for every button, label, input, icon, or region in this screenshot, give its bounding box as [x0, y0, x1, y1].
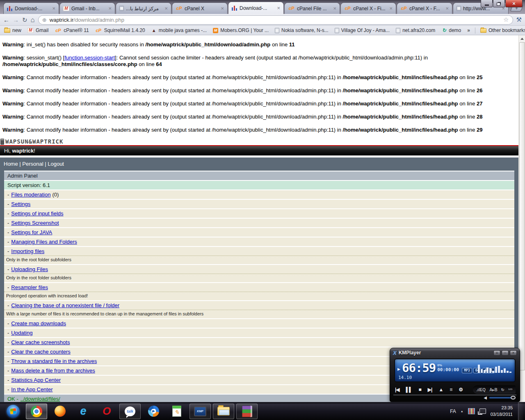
kmplayer-eject-button[interactable]: ▲ [438, 387, 443, 393]
volume-control[interactable]: ◀ [484, 395, 516, 400]
panel-link[interactable]: Cleaning the base of a nonexistent file … [11, 302, 119, 308]
kmplayer-playorder-toggle[interactable]: ¹²³ [508, 388, 512, 392]
panel-link[interactable]: Updating [11, 330, 32, 336]
taskbar-firefox-button[interactable] [49, 404, 71, 419]
tab[interactable]: cPcPanel X - F...× [397, 2, 452, 14]
kmplayer-repeat-toggle[interactable]: ↻ [501, 388, 504, 392]
language-indicator[interactable]: FA [450, 409, 456, 414]
panel-link[interactable]: Importing files [11, 248, 44, 254]
bookmark-item[interactable]: cPcPanel® 11 [55, 27, 89, 33]
volume-knob[interactable] [511, 396, 516, 399]
site-badge-icon[interactable]: ⊕ [42, 17, 47, 23]
tab[interactable]: ...مرکز ارتباط با× [116, 2, 171, 14]
kmplayer-playlist-button[interactable]: ≡ [450, 387, 452, 393]
wrench-menu-icon[interactable]: ⚒ [516, 16, 522, 23]
tab[interactable]: cPcPanel X× [172, 2, 228, 14]
panel-link[interactable]: Create map downloads [11, 320, 66, 326]
home-button[interactable]: ⌂ [31, 16, 35, 23]
tab-close-icon[interactable]: × [164, 6, 169, 11]
tab[interactable]: Download-...× [3, 2, 59, 14]
panel-link[interactable]: Settings Screenshot [11, 220, 59, 226]
kmplayer-close-button[interactable]: × [510, 350, 517, 356]
tray-expand-icon[interactable]: ▲ [461, 410, 463, 413]
scroll-up-arrow[interactable] [519, 35, 525, 42]
tab-close-icon[interactable]: × [445, 6, 450, 11]
panel-link[interactable]: Throw a standard file in the archives [11, 358, 97, 364]
warning-link[interactable]: function.session-start [64, 55, 115, 61]
panel-link[interactable]: Managing Files and Folders [11, 239, 77, 245]
tab[interactable]: cPcPanel X - Fi...× [340, 2, 396, 14]
panel-link[interactable]: Clear the cache counters [11, 349, 71, 355]
kmplayer-ab-repeat-toggle[interactable]: A▸B [489, 388, 497, 392]
stats-tray-icon[interactable] [468, 408, 475, 414]
scrollbar-thumb[interactable] [519, 42, 525, 370]
taskbar-winrar-button[interactable] [236, 404, 258, 419]
panel-link[interactable]: Clear cache screenshots [11, 339, 70, 345]
taskbar-kmplayer-button[interactable]: KMP [189, 404, 211, 419]
network-tray-icon[interactable] [479, 409, 486, 414]
kmplayer-pause-button[interactable]: ▌▌ [406, 387, 412, 393]
tab-close-icon[interactable]: × [276, 5, 281, 11]
tab-close-icon[interactable]: × [51, 6, 56, 11]
bookmarks-overflow-chevron[interactable]: » [467, 27, 470, 33]
panel-link[interactable]: Mass delete a file from the archives [11, 368, 95, 374]
panel-link[interactable]: Settings for JAVA [11, 229, 52, 235]
tab-close-icon[interactable]: × [332, 6, 337, 11]
other-bookmarks-button[interactable]: Other bookmarks [480, 27, 525, 33]
bookmark-item[interactable]: MGmail [27, 27, 48, 33]
tab-close-icon[interactable]: × [107, 6, 112, 11]
panel-link[interactable]: Resampler files [11, 284, 48, 290]
kmplayer-settings-button[interactable]: ⚙ [459, 387, 463, 393]
download-files-link[interactable]: ../download/files/ [21, 396, 60, 402]
taskbar-chrome-button[interactable] [26, 404, 47, 419]
panel-link[interactable]: Settings of input fields [11, 210, 63, 217]
start-button[interactable] [2, 404, 24, 419]
tab[interactable]: MGmail - Inb...× [59, 2, 115, 14]
taskbar-opera-button[interactable]: O [96, 404, 117, 419]
window-close-button[interactable]: × [505, 0, 523, 7]
panel-link[interactable]: Statistics App Center [11, 377, 61, 383]
reload-button[interactable]: ↻ [22, 17, 27, 23]
bookmark-star-icon[interactable]: ☆ [503, 16, 509, 23]
forward-button[interactable]: → [13, 17, 19, 23]
kmplayer-minimize-button[interactable]: − [502, 350, 509, 356]
sitenav-link-home[interactable]: Home [4, 161, 18, 167]
kmplayer-titlebar[interactable]: X KMPlayer ≡−× [390, 348, 520, 357]
bookmark-item[interactable]: ▲mobile java games -... [151, 27, 207, 33]
tab[interactable]: Download-...× [228, 2, 284, 14]
back-button[interactable]: ← [3, 17, 9, 23]
bookmark-item[interactable]: new [4, 27, 21, 33]
sitenav-link-logout[interactable]: Logout [48, 161, 64, 167]
taskbar-wmp-button[interactable]: ▶ [143, 404, 164, 419]
kmplayer-eq-toggle[interactable]: .ılEQ [476, 388, 486, 392]
taskbar-clock[interactable]: 23:35 03/18/2011 [491, 405, 514, 418]
kmplayer-stop-button[interactable]: ■ [419, 387, 421, 393]
window-restore-button[interactable] [493, 0, 505, 7]
panel-link[interactable]: Settings [11, 201, 30, 207]
bookmark-item[interactable]: MMobers.ORG | Your ... [213, 27, 269, 33]
window-minimize-button[interactable] [481, 0, 493, 7]
sitenav-link-personal[interactable]: Personal [22, 161, 43, 167]
address-bar[interactable]: ⊕ waptrick.ir/download/admin.php ☆ [38, 15, 513, 25]
show-desktop-button[interactable] [518, 402, 523, 420]
taskbar-explorer-button[interactable] [213, 404, 234, 419]
kmplayer-next-button[interactable]: ▶| [428, 387, 432, 393]
bookmark-item[interactable]: net.afra20.com [396, 27, 435, 33]
panel-link[interactable]: In the App Center [11, 386, 52, 393]
tab-close-icon[interactable]: × [388, 6, 393, 11]
tab[interactable]: cPcPanel File ...× [284, 2, 340, 14]
bookmark-item[interactable]: Village Of Joy - Ama... [335, 27, 390, 33]
bookmark-item[interactable]: ↻demo [441, 27, 461, 33]
bookmark-item[interactable]: Nokia software, N-s... [275, 27, 329, 33]
taskbar-editor-button[interactable]: ✎ [166, 404, 187, 419]
taskbar-gtalk-button[interactable]: talk [119, 404, 141, 419]
panel-link[interactable]: Files moderation [11, 192, 50, 198]
bookmark-item[interactable]: cPSquirrelMail 1.4.20 [95, 27, 145, 33]
kmplayer-previous-button[interactable]: |◀ [395, 387, 399, 393]
kmplayer-options-button[interactable]: ≡ [493, 350, 500, 356]
volume-track[interactable] [489, 397, 513, 399]
tab-close-icon[interactable]: × [220, 6, 225, 11]
taskbar-ie-button[interactable]: e [73, 404, 94, 419]
page-scrollbar[interactable] [518, 35, 525, 402]
panel-link[interactable]: Uploading Files [11, 266, 48, 272]
